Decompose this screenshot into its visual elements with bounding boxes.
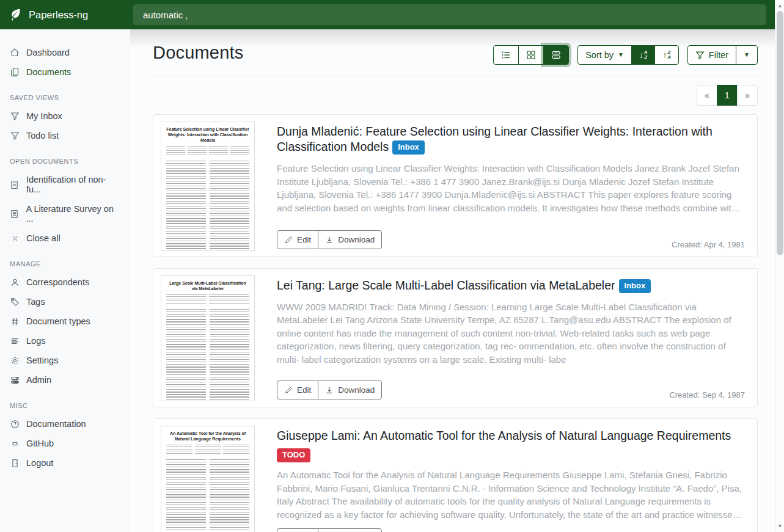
- sidebar-item-label: Tags: [26, 297, 45, 307]
- sidebar-item-dashboard[interactable]: Dashboard: [0, 43, 130, 62]
- section-manage: MANAGE: [0, 248, 130, 272]
- detail-view-button[interactable]: [543, 45, 569, 65]
- sidebar-item-correspondents[interactable]: Correspondents: [0, 272, 130, 292]
- person-icon: [10, 277, 20, 287]
- scrollbar-up-arrow[interactable]: ▲: [775, 1, 784, 10]
- tag-badge-inbox[interactable]: Inbox: [619, 279, 651, 293]
- document-title[interactable]: Dunja Mladenić: Feature Selection using …: [277, 124, 745, 156]
- sidebar-item-label: Identification of non-fu...: [26, 175, 120, 194]
- sidebar-item-my-inbox[interactable]: My Inbox: [0, 106, 130, 126]
- filter-group: Filter ▼: [687, 45, 758, 65]
- sidebar-item-label: My Inbox: [26, 111, 62, 121]
- file-text-icon: [10, 209, 19, 219]
- filter-dropdown-button[interactable]: ▼: [736, 45, 758, 65]
- documents-icon: [10, 67, 20, 77]
- pagination-prev-button[interactable]: «: [697, 85, 717, 106]
- sidebar-item-documentation[interactable]: Documentation: [0, 414, 130, 434]
- document-card: An Automatic Tool for the Analysis of Na…: [153, 418, 758, 532]
- page-scrollbar[interactable]: ▲ ▼: [775, 0, 784, 532]
- scrollbar-thumb[interactable]: [777, 11, 783, 255]
- sidebar-item-label: GitHub: [26, 439, 54, 448]
- download-button[interactable]: Download: [318, 381, 382, 399]
- toggles-icon: [10, 375, 20, 385]
- sidebar-item-open-doc-2[interactable]: A Literature Survey on ...: [0, 199, 130, 228]
- sidebar-item-label: Logs: [26, 336, 45, 346]
- view-toggle-group: [493, 45, 569, 65]
- top-navbar: Paperless-ng: [0, 0, 775, 29]
- sidebar-item-label: Documents: [26, 67, 71, 77]
- thumbnail-authors: [166, 294, 249, 304]
- sidebar-item-label: Close all: [26, 233, 60, 243]
- edit-label: Edit: [297, 235, 311, 244]
- sidebar-item-settings[interactable]: Settings: [0, 351, 130, 370]
- gear-icon: [10, 355, 20, 365]
- filter-button[interactable]: Filter: [687, 45, 736, 65]
- thumbnail-authors: [166, 146, 249, 156]
- sidebar-item-document-types[interactable]: Document types: [0, 312, 130, 331]
- grid-view-button[interactable]: [518, 45, 544, 65]
- document-title[interactable]: Lei Tang: Large Scale Multi-Label Classi…: [277, 278, 745, 294]
- global-search-input[interactable]: [133, 4, 766, 25]
- hash-icon: [10, 316, 20, 326]
- sort-by-button[interactable]: Sort by ▼: [577, 45, 632, 65]
- sidebar-item-todo-list[interactable]: Todo list: [0, 126, 130, 145]
- download-icon: [325, 386, 334, 395]
- sort-descending-button[interactable]: ↓AZ: [631, 45, 655, 65]
- sort-by-label: Sort by: [585, 50, 614, 60]
- sidebar-item-close-all[interactable]: Close all: [0, 228, 130, 248]
- sidebar-item-github[interactable]: GitHub: [0, 434, 130, 453]
- sidebar-item-label: Todo list: [26, 131, 59, 140]
- pencil-icon: [284, 386, 293, 395]
- edit-button[interactable]: Edit: [277, 230, 318, 249]
- card-actions: Edit Download: [277, 381, 382, 399]
- edit-button[interactable]: Edit: [277, 381, 318, 399]
- document-title[interactable]: Giuseppe Lami: An Automatic Tool for the…: [277, 428, 745, 460]
- main-content: Documents Sort by ▼ ↓AZ: [130, 29, 775, 532]
- document-title-text: Lei Tang: Large Scale Multi-Label Classi…: [277, 279, 615, 292]
- sort-ascending-button[interactable]: ↑ZA: [654, 45, 678, 65]
- thumbnail-columns: [166, 161, 249, 251]
- documents-toolbar: Sort by ▼ ↓AZ ↑ZA Filter ▼: [493, 45, 758, 65]
- brand-name: Paperless-ng: [29, 9, 88, 21]
- sort-descending-icon: ↓AZ: [639, 50, 647, 60]
- section-saved-views: SAVED VIEWS: [0, 82, 130, 106]
- document-excerpt: Feature Selection using Linear Classifie…: [277, 162, 745, 214]
- sidebar-item-label: A Literature Survey on ...: [26, 204, 120, 224]
- sidebar-item-label: Logout: [26, 458, 53, 468]
- download-button[interactable]: Download: [318, 230, 382, 249]
- document-excerpt: WWW 2009 MADRID! Track: Data Mining / Se…: [277, 301, 745, 366]
- pagination-page-1-button[interactable]: 1: [717, 85, 738, 106]
- section-misc: MISC: [0, 390, 130, 414]
- sidebar-item-label: Admin: [26, 375, 51, 385]
- page-title: Documents: [153, 43, 243, 63]
- tag-icon: [10, 297, 20, 307]
- sidebar-item-open-doc-1[interactable]: Identification of non-fu...: [0, 170, 130, 199]
- download-label: Download: [338, 235, 375, 244]
- file-text-icon: [10, 180, 20, 189]
- sidebar-item-logout[interactable]: Logout: [0, 453, 130, 473]
- funnel-icon: [695, 51, 705, 60]
- document-thumbnail[interactable]: Feature Selection using Linear Classifie…: [153, 115, 262, 257]
- funnel-icon: [10, 111, 20, 121]
- logs-icon: [10, 336, 20, 346]
- sidebar-item-tags[interactable]: Tags: [0, 292, 130, 312]
- download-button[interactable]: Download: [318, 528, 382, 532]
- app-brand[interactable]: Paperless-ng: [0, 8, 130, 21]
- pagination-next-button[interactable]: »: [737, 85, 758, 106]
- list-view-icon: [501, 50, 511, 60]
- list-view-button[interactable]: [493, 45, 519, 65]
- sidebar-item-logs[interactable]: Logs: [0, 331, 130, 351]
- leaf-icon: [9, 8, 23, 21]
- sidebar-item-documents[interactable]: Documents: [0, 62, 130, 82]
- thumbnail-columns: [166, 459, 249, 532]
- edit-button[interactable]: Edit: [277, 528, 318, 532]
- tag-badge-inbox[interactable]: Inbox: [392, 140, 425, 155]
- thumbnail-title: Large Scale Multi-Label Classification v…: [166, 280, 249, 291]
- document-thumbnail[interactable]: Large Scale Multi-Label Classification v…: [153, 269, 262, 407]
- sidebar-item-label: Settings: [26, 355, 58, 365]
- sidebar-item-admin[interactable]: Admin: [0, 370, 130, 390]
- scrollbar-down-arrow[interactable]: ▼: [775, 522, 784, 531]
- document-thumbnail[interactable]: An Automatic Tool for the Analysis of Na…: [153, 419, 262, 532]
- sort-ascending-icon: ↑ZA: [662, 50, 670, 60]
- tag-badge-todo[interactable]: TODO: [277, 448, 310, 462]
